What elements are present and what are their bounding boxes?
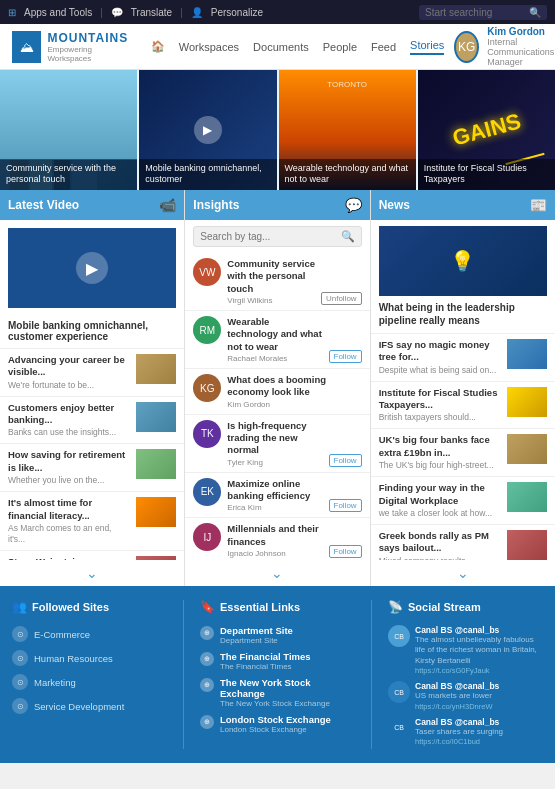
list-item[interactable]: RM Wearable technology and what not to w… [185, 311, 369, 369]
nav-feed[interactable]: Feed [371, 41, 396, 53]
essential-item-text: Department Site Department Site [220, 625, 293, 645]
chevron-down-icon[interactable]: ⌄ [86, 565, 98, 581]
list-item[interactable]: How saving for retirement is like... Whe… [0, 444, 184, 492]
hero-item-2[interactable]: ▶ Mobile banking omnichannel, customer [139, 70, 276, 190]
insights-search-bar[interactable]: 🔍 [193, 226, 361, 247]
news-big-item[interactable]: 💡 What being in the leadership pipeline … [371, 220, 555, 334]
nav-documents[interactable]: Documents [253, 41, 309, 53]
list-item[interactable]: Advancing your career be visible... We'r… [0, 349, 184, 397]
list-item[interactable]: TK Is high-frequency trading the new nor… [185, 415, 369, 473]
play-icon[interactable]: ▶ [194, 116, 222, 144]
user-avatar: KG [454, 31, 479, 63]
video-play-button[interactable]: ▶ [76, 252, 108, 284]
followed-site-item[interactable]: ⊙ E-Commerce [12, 622, 167, 646]
news-item-thumb [507, 387, 547, 417]
hero-item-1[interactable]: Community service with the personal touc… [0, 70, 137, 190]
insight-title: Millennials and their finances [227, 523, 322, 548]
social-link[interactable]: https://t.co/sG0FyJauk [415, 666, 543, 675]
list-item[interactable]: Customers enjoy better banking... Banks … [0, 397, 184, 445]
list-item[interactable]: KG What does a booming economy look like… [185, 369, 369, 415]
logo-name: MOUNTAINS [47, 31, 130, 45]
unfollow-button[interactable]: Unfollow [321, 292, 362, 305]
search-icon: 🔍 [341, 230, 355, 243]
user-name[interactable]: Kim Gordon [487, 26, 555, 37]
news-col: News 📰 💡 What being in the leadership pi… [371, 190, 555, 586]
social-text: Canal BS @canal_bs US markets are lower … [415, 681, 543, 710]
nav-workspaces[interactable]: Workspaces [179, 41, 239, 53]
news-item-desc: British taxpayers should... [379, 412, 501, 423]
insight-text: Community service with the personal touc… [227, 258, 315, 305]
latest-video-section: ▶ Mobile banking omnichannel, customer e… [0, 220, 184, 560]
hero-caption-3: Wearable technology and what not to wear [279, 159, 416, 190]
follow-button[interactable]: Follow [329, 545, 362, 558]
follow-button[interactable]: Follow [329, 499, 362, 512]
list-item[interactable]: IJ Millennials and their finances Ignaci… [185, 518, 369, 560]
video-news-list: Advancing your career be visible... We'r… [0, 349, 184, 560]
news-item-desc: As March comes to an end, it's... [8, 523, 130, 545]
news-big-thumb: 💡 [379, 226, 547, 296]
author-avatar: VW [193, 258, 221, 286]
social-link[interactable]: https://t.co/I0C1bud [415, 737, 543, 746]
list-item[interactable]: UK's big four banks face extra £19bn in.… [371, 429, 555, 477]
logo-sub: Empowering Workspaces [47, 45, 130, 63]
site-icon: ⊙ [12, 674, 28, 690]
link-icon: ⊕ [200, 678, 214, 692]
divider [371, 600, 372, 749]
video-thumbnail[interactable]: ▶ [8, 228, 176, 308]
list-item[interactable]: Steve Weinstein, an analyst at ITG... Al… [0, 551, 184, 560]
essential-link-item[interactable]: ⊕ Department Site Department Site [200, 622, 355, 648]
news-item-desc: We're fortunate to be... [8, 380, 130, 391]
insight-author: Kim Gordon [227, 400, 355, 409]
followed-site-item[interactable]: ⊙ Marketing [12, 670, 167, 694]
social-avatar: CB [388, 625, 410, 647]
grid-icon: ⊞ [8, 7, 16, 18]
top-search-bar[interactable]: 🔍 [419, 5, 547, 20]
translate-label[interactable]: Translate [131, 7, 172, 18]
list-item[interactable]: Finding your way in the Digital Workplac… [371, 477, 555, 525]
news-item-title: Institute for Fiscal Studies Taxpayers..… [379, 387, 501, 412]
social-msg: The almost unbelievably fabulous life of… [415, 635, 543, 666]
nav-stories[interactable]: Stories [410, 39, 444, 55]
news-item-desc: Mixed company results... [379, 556, 501, 560]
chevron-down-icon[interactable]: ⌄ [271, 565, 283, 581]
video-title[interactable]: Mobile banking omnichannel, customer exp… [0, 316, 184, 349]
list-item[interactable]: Institute for Fiscal Studies Taxpayers..… [371, 382, 555, 430]
nav-home[interactable]: 🏠 [151, 40, 165, 53]
chevron-down-icon[interactable]: ⌄ [457, 565, 469, 581]
news-item-text: Advancing your career be visible... We'r… [8, 354, 130, 391]
insight-text: Is high-frequency trading the new normal… [227, 420, 322, 467]
insight-action: Follow [329, 420, 362, 467]
essential-link-item[interactable]: ⊕ London Stock Exchange London Stock Exc… [200, 711, 355, 737]
insight-author: Ignacio Johnson [227, 549, 322, 558]
news-header: News 📰 [371, 190, 555, 220]
personalize-label[interactable]: Personalize [211, 7, 263, 18]
social-item[interactable]: CB Canal BS @canal_bs Taser shares are s… [388, 714, 543, 749]
list-item[interactable]: VW Community service with the personal t… [185, 253, 369, 311]
followed-site-item[interactable]: ⊙ Service Development [12, 694, 167, 718]
news-item-text: How saving for retirement is like... Whe… [8, 449, 130, 486]
hero-item-4[interactable]: GAINS Institute for Fiscal Studies Taxpa… [418, 70, 555, 190]
social-item[interactable]: CB Canal BS @canal_bs The almost unbelie… [388, 622, 543, 678]
follow-button[interactable]: Follow [329, 350, 362, 363]
social-link[interactable]: https://t.co/ynH3DnreW [415, 702, 543, 711]
news-item-thumb [136, 354, 176, 384]
essential-link-item[interactable]: ⊕ The Financial Times The Financial Time… [200, 648, 355, 674]
nav-people[interactable]: People [323, 41, 357, 53]
followed-site-item[interactable]: ⊙ Human Resources [12, 646, 167, 670]
news-item-title: Steve Weinstein, an analyst at ITG... [8, 556, 130, 560]
list-item[interactable]: Greek bonds rally as PM says bailout... … [371, 525, 555, 560]
insight-title: Community service with the personal touc… [227, 258, 315, 295]
apps-tools-label[interactable]: Apps and Tools [24, 7, 92, 18]
follow-button[interactable]: Follow [329, 454, 362, 467]
list-item[interactable]: It's almost time for financial literacy.… [0, 492, 184, 551]
hero-item-3[interactable]: TORONTO Wearable technology and what not… [279, 70, 416, 190]
essential-link-item[interactable]: ⊕ The New York Stock Exchange The New Yo… [200, 674, 355, 711]
news-item-text: UK's big four banks face extra £19bn in.… [379, 434, 501, 471]
insight-text: Maximize online banking efficiency Erica… [227, 478, 322, 513]
list-item[interactable]: IFS say no magic money tree for... Despi… [371, 334, 555, 382]
social-item[interactable]: CB Canal BS @canal_bs US markets are low… [388, 678, 543, 713]
top-search-input[interactable] [425, 7, 525, 18]
social-text: Canal BS @canal_bs The almost unbelievab… [415, 625, 543, 675]
insights-search-input[interactable] [200, 231, 336, 242]
list-item[interactable]: EK Maximize online banking efficiency Er… [185, 473, 369, 519]
